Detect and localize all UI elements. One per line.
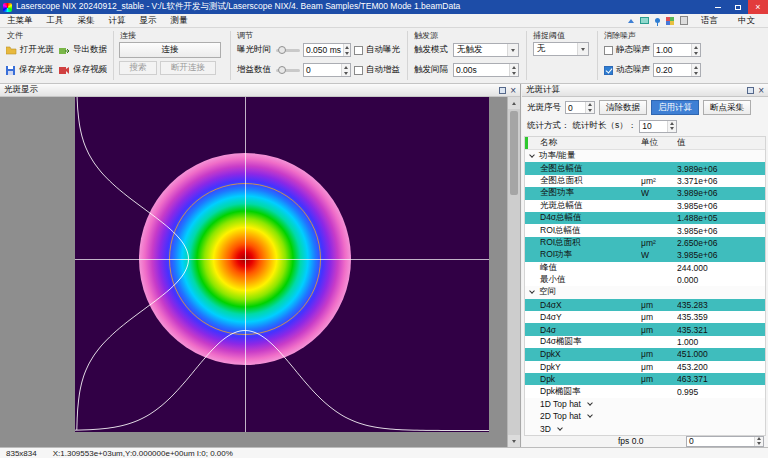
spin-down-icon[interactable] <box>692 70 700 76</box>
group-row[interactable]: 3D <box>525 423 765 435</box>
save-video-button[interactable]: 保存视频 <box>57 63 110 77</box>
expander-icon[interactable] <box>557 425 563 431</box>
menu-main[interactable]: 主菜单 <box>0 14 40 27</box>
close-button[interactable]: × <box>748 0 768 14</box>
expander-icon[interactable] <box>587 413 593 419</box>
stats-duration-spinner[interactable]: 10 <box>639 120 677 133</box>
float-panel-icon[interactable] <box>747 87 754 94</box>
spin-down-icon[interactable] <box>510 70 518 76</box>
exposure-slider-handle[interactable] <box>278 46 286 54</box>
table-row[interactable]: ROI功率W3.985e+06 <box>525 249 765 261</box>
palette-icon[interactable] <box>666 17 674 25</box>
table-row[interactable]: D4σ总幅值1.488e+05 <box>525 212 765 224</box>
menu-language-label[interactable]: 语言 <box>694 15 725 27</box>
table-row[interactable]: ROI总面积μm²2.650e+06 <box>525 237 765 249</box>
exposure-value: 0.050 ms <box>304 44 343 56</box>
menu-language-value[interactable]: 中文 <box>731 15 762 27</box>
footer-spinner[interactable]: 0 <box>686 436 764 447</box>
trigger-mode-combobox[interactable]: 无触发 <box>453 43 519 57</box>
display-icon[interactable] <box>640 17 649 24</box>
exposure-spinbox[interactable]: 0.050 ms <box>303 43 351 57</box>
group-row[interactable]: 2D Top hat <box>525 410 765 422</box>
minimize-button[interactable] <box>708 0 728 14</box>
spin-down-icon[interactable] <box>668 126 676 132</box>
table-row[interactable]: 最小值0.000 <box>525 274 765 286</box>
spot-display-title: 光斑显示 <box>4 84 38 96</box>
trigger-interval-spinbox[interactable]: 0.00s <box>453 63 519 77</box>
static-noise-checkbox[interactable] <box>604 46 613 55</box>
menu-tools[interactable]: 工具 <box>40 14 71 27</box>
menu-acquisition[interactable]: 采集 <box>71 14 102 27</box>
expander-icon[interactable] <box>529 289 535 295</box>
exposure-slider[interactable] <box>276 49 300 52</box>
window-controls: × <box>708 0 768 14</box>
table-row[interactable]: 光斑总幅值3.985e+06 <box>525 200 765 212</box>
expander-icon[interactable] <box>529 152 535 158</box>
spin-down-icon[interactable] <box>342 70 350 76</box>
enable-calc-button[interactable]: 启用计算 <box>651 100 699 115</box>
table-row[interactable]: D4σμm435.321 <box>525 323 765 335</box>
dynamic-noise-spinbox[interactable]: 0.20 <box>653 63 701 77</box>
menu-calculate[interactable]: 计算 <box>102 14 133 27</box>
cell-name: 最小值 <box>525 274 641 286</box>
save-spot-button[interactable]: 保存光斑 <box>4 63 57 77</box>
gain-spinbox[interactable]: 0 <box>303 63 351 77</box>
combo-arrow-icon[interactable] <box>577 43 588 55</box>
breakpoint-capture-button[interactable]: 断点采集 <box>703 100 751 115</box>
beam-image[interactable] <box>75 97 489 432</box>
export-data-label: 导出数据 <box>73 44 107 56</box>
auto-gain-checkbox[interactable] <box>354 66 363 75</box>
gain-slider[interactable] <box>276 69 300 72</box>
table-row[interactable]: D4σXμm435.283 <box>525 299 765 311</box>
spin-down-icon[interactable] <box>586 108 594 114</box>
collapse-arrow-icon[interactable] <box>628 19 634 23</box>
spin-down-icon[interactable] <box>692 50 700 56</box>
scrollbar-thumb[interactable] <box>510 111 518 195</box>
table-row[interactable]: D4σYμm435.359 <box>525 311 765 323</box>
pin-icon[interactable] <box>655 18 660 23</box>
calculator-icon[interactable] <box>680 16 688 25</box>
close-panel-icon[interactable]: × <box>758 87 764 94</box>
combo-arrow-icon[interactable] <box>507 44 518 56</box>
table-row[interactable]: Dpkμm463.371 <box>525 373 765 385</box>
open-spot-button[interactable]: 打开光斑 <box>4 43 57 57</box>
spot-index-spinner[interactable]: 0 <box>565 101 595 114</box>
group-row[interactable]: 功率/能量 <box>525 150 765 162</box>
table-row[interactable]: 全图总面积μm²3.371e+06 <box>525 175 765 187</box>
display-vertical-scrollbar[interactable] <box>507 97 520 447</box>
threshold-combobox[interactable]: 无 <box>533 42 589 56</box>
expander-icon[interactable] <box>587 400 593 406</box>
close-panel-icon[interactable]: × <box>510 87 516 94</box>
table-row[interactable]: DpkXμm451.000 <box>525 348 765 360</box>
group-row[interactable]: 空间 <box>525 286 765 298</box>
cell-name: ROI总面积 <box>525 237 641 249</box>
menu-measure[interactable]: 测量 <box>164 14 195 27</box>
group-row[interactable]: 1D Top hat <box>525 398 765 410</box>
threshold-section: 捕捉阈值 无 <box>530 29 594 82</box>
menu-display[interactable]: 显示 <box>133 14 164 27</box>
dynamic-noise-checkbox[interactable] <box>604 66 613 75</box>
disconnect-button[interactable]: 断开连接 <box>160 61 216 75</box>
scroll-down-icon[interactable] <box>508 435 520 447</box>
maximize-button[interactable] <box>728 0 748 14</box>
scroll-up-icon[interactable] <box>508 97 520 109</box>
close-icon: × <box>755 3 760 12</box>
gain-slider-handle[interactable] <box>278 66 286 74</box>
cell-value: 3.371e+06 <box>677 176 765 186</box>
connect-button[interactable]: 连接 <box>119 42 221 58</box>
export-data-button[interactable]: 导出数据 <box>57 43 110 57</box>
clear-data-button[interactable]: 清除数据 <box>599 100 647 115</box>
table-row[interactable]: ROI总幅值3.985e+06 <box>525 224 765 236</box>
float-panel-icon[interactable] <box>499 87 506 94</box>
table-row[interactable]: D4σ椭圆率1.000 <box>525 336 765 348</box>
spin-down-icon[interactable] <box>755 441 763 446</box>
table-row[interactable]: 全图总幅值3.989e+06 <box>525 162 765 174</box>
static-noise-spinbox[interactable]: 1.00 <box>653 43 701 57</box>
search-button[interactable]: 搜索 <box>119 61 157 75</box>
spin-down-icon[interactable] <box>344 50 350 56</box>
table-row[interactable]: Dpk椭圆率0.995 <box>525 385 765 397</box>
table-row[interactable]: 峰值244.000 <box>525 262 765 274</box>
table-row[interactable]: 全图功率W3.989e+06 <box>525 187 765 199</box>
auto-exposure-checkbox[interactable] <box>354 46 363 55</box>
table-row[interactable]: DpkYμm453.200 <box>525 361 765 373</box>
